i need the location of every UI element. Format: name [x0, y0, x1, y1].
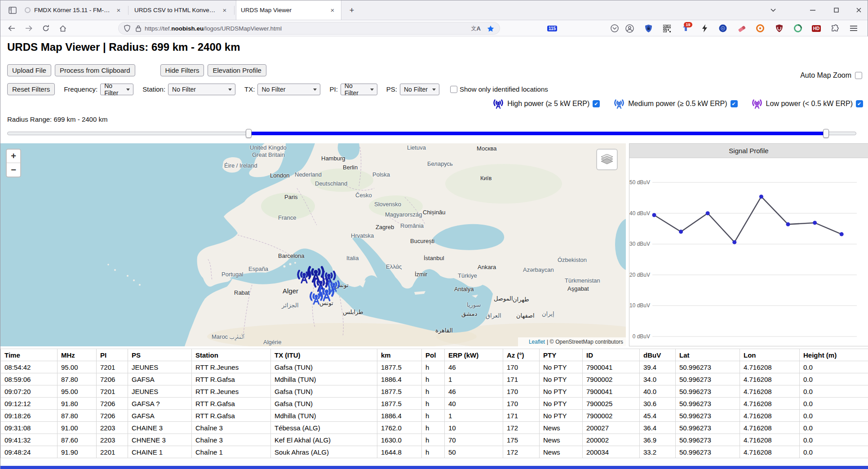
station-filter-label: Station:: [142, 85, 165, 93]
tx-filter-select[interactable]: No Filter: [257, 84, 320, 95]
table-cell: Tébessa (ALG): [271, 422, 377, 434]
table-row[interactable]: 09:18:2687.807206GAFSARTT R.GafsaMdhilla…: [1, 410, 868, 422]
browser-tab-2[interactable]: URDS CSV to HTML Konverter ×: [130, 0, 233, 20]
tab-title: FMDX Körner 15.11 - FM-DX Web: [34, 7, 111, 13]
extensions-puzzle-icon[interactable]: [828, 22, 842, 35]
forward-icon[interactable]: [22, 22, 35, 35]
back-icon[interactable]: [5, 22, 18, 35]
upload-file-button[interactable]: Upload File: [7, 64, 51, 76]
url-bar[interactable]: https://tef.noobish.eu/logos/URDSMapView…: [118, 22, 500, 35]
window-maximize-button[interactable]: [827, 0, 845, 20]
home-icon[interactable]: [56, 22, 70, 35]
map-place-label: سوريا: [467, 301, 481, 308]
table-cell: 09:07:20: [1, 385, 58, 398]
column-header: Lon: [740, 349, 800, 361]
tab-close-icon[interactable]: ×: [328, 6, 337, 14]
process-clipboard-button[interactable]: Process from Clipboard: [55, 64, 135, 76]
updates-extension-icon[interactable]: 19: [679, 22, 692, 35]
lightning-extension-icon[interactable]: [698, 22, 711, 35]
table-cell: CHAINE 3: [128, 422, 192, 434]
map-zoom-in-button[interactable]: +: [7, 150, 20, 163]
table-cell: Gafsa (TUN): [271, 385, 377, 398]
map-place-label: طهران: [513, 296, 529, 303]
browser-tab-3-active[interactable]: URDS Map Viewer ×: [236, 0, 341, 20]
leaflet-map[interactable]: United KingdoGreat BritainÉire / Ireland…: [0, 143, 626, 346]
new-tab-button[interactable]: +: [345, 4, 358, 17]
table-cell: 172: [503, 446, 540, 458]
blue-wheel-extension-icon[interactable]: [716, 22, 730, 35]
power-filter-label: High power (≥ 5 kW ERP): [507, 100, 589, 108]
ps-filter-select[interactable]: No Filter: [400, 84, 439, 95]
map-layers-button[interactable]: [596, 149, 618, 170]
qr-scanner-extension-icon[interactable]: [660, 22, 673, 35]
column-header: Pol: [422, 349, 445, 361]
table-row[interactable]: 09:07:2095.007201JEUNESRTT R.JeunesGafsa…: [1, 385, 868, 398]
reload-icon[interactable]: [39, 22, 53, 35]
fmlist-115-extension-icon[interactable]: 115: [545, 22, 559, 35]
table-cell: 7900002: [583, 373, 640, 385]
tab-close-icon[interactable]: ×: [221, 6, 229, 14]
table-cell: 39.4: [640, 361, 676, 373]
station-filter-select[interactable]: No Filter: [168, 84, 235, 95]
ublock-origin-icon[interactable]: [772, 22, 786, 35]
map-place-label: București: [410, 238, 434, 244]
auto-map-zoom-checkbox[interactable]: [855, 72, 862, 79]
signal-line: [654, 197, 841, 242]
action-button-row: Upload File Process from Clipboard Hide …: [7, 64, 266, 76]
table-row[interactable]: 09:31:0891.002203CHAINE 3Chaîne 3Tébessa…: [1, 422, 868, 434]
browser-tab-1[interactable]: FMDX Körner 15.11 - FM-DX Web ×: [20, 0, 127, 20]
shield-lock-extension-icon[interactable]: [642, 22, 655, 35]
table-row[interactable]: 09:41:3287.602203CHNENE 3Chaîne 3Kef El …: [1, 434, 868, 446]
reset-filters-button[interactable]: Reset Filters: [7, 83, 55, 95]
window-minimize-button[interactable]: [804, 0, 822, 20]
orange-ring-extension-icon[interactable]: [753, 22, 767, 35]
table-cell: 7900002: [583, 410, 640, 422]
tab-close-icon[interactable]: ×: [115, 6, 123, 14]
frequency-filter-select[interactable]: No Filter: [100, 84, 133, 95]
table-row[interactable]: 08:59:0687.807206GAFSARTT R.GafsaMdhilla…: [1, 373, 868, 385]
power-filter-checkbox[interactable]: [593, 100, 600, 107]
map-place-label: Ankara: [478, 264, 496, 270]
show-only-identified-checkbox[interactable]: [450, 86, 457, 93]
leaflet-link[interactable]: Leaflet: [529, 339, 545, 345]
tracking-shield-icon[interactable]: [124, 25, 130, 32]
power-filter-checkbox[interactable]: [731, 100, 738, 107]
osm-contributors-link[interactable]: OpenStreetMap contributors: [555, 339, 623, 345]
table-row[interactable]: 09:12:1291.807206GAFSA ?RTT R.GafsaGafsa…: [1, 398, 868, 410]
elevation-profile-button[interactable]: Elevation Profile: [208, 64, 266, 76]
bookmark-star-icon[interactable]: [487, 25, 494, 32]
table-cell: 36.4: [640, 422, 676, 434]
lock-icon[interactable]: [136, 25, 141, 32]
tab-list-chevron-icon[interactable]: [764, 0, 782, 20]
window-close-button[interactable]: [850, 0, 868, 20]
table-row[interactable]: 09:48:2491.902201CHAINE 1Chaîne 1Souk Ah…: [1, 446, 868, 458]
firefox-view-icon[interactable]: [6, 4, 19, 17]
green-ring-extension-icon[interactable]: [791, 22, 805, 35]
table-cell: 175: [503, 434, 540, 446]
filter-row: Reset Filters Frequency: No Filter Stati…: [7, 83, 548, 95]
map-place-label: الموصل: [494, 295, 513, 302]
power-filter-checkbox[interactable]: [856, 100, 863, 107]
menu-hamburger-icon[interactable]: [847, 22, 860, 35]
slider-min-thumb[interactable]: [246, 129, 252, 138]
table-cell: 0.0: [800, 398, 868, 410]
table-cell: 0.0: [800, 446, 868, 458]
translate-icon[interactable]: 文A: [471, 25, 481, 32]
y-axis-tick-label: 50 dBuV: [629, 179, 650, 186]
transmitter-marker-icon[interactable]: [308, 290, 324, 307]
slider-max-thumb[interactable]: [823, 129, 829, 138]
table-cell: 4.716208: [740, 361, 800, 373]
account-icon[interactable]: [623, 22, 636, 35]
hd-extension-icon[interactable]: HD: [810, 22, 823, 35]
pocket-icon[interactable]: [608, 22, 621, 35]
table-cell: 95.00: [58, 385, 97, 398]
map-zoom-out-button[interactable]: −: [7, 163, 20, 177]
table-cell: 50.996273: [676, 361, 740, 373]
pi-filter-select[interactable]: No Filter: [341, 84, 377, 95]
hide-filters-button[interactable]: Hide Filters: [160, 64, 204, 76]
signal-point: [732, 240, 736, 244]
table-cell: 1644.8: [377, 446, 422, 458]
eraser-extension-icon[interactable]: [735, 22, 748, 35]
page-title: URDS Map Viewer | Radius: 699 km - 2400 …: [7, 41, 240, 53]
table-row[interactable]: 08:54:4295.007201JEUNESRTT R.JeunesGafsa…: [1, 361, 868, 373]
